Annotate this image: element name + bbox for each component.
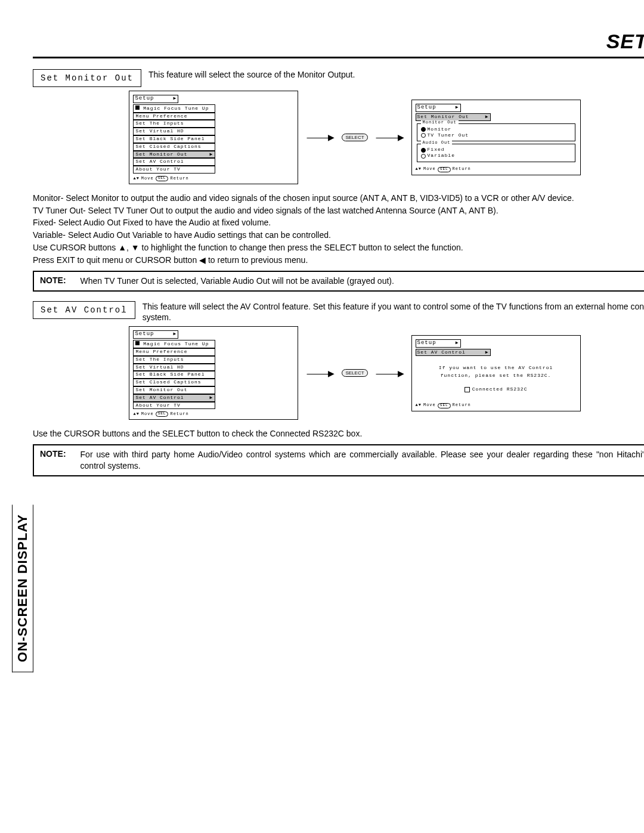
- variable-desc: Variable- Select Audio Out Variable to h…: [33, 230, 644, 241]
- note-text: For use with third party home Audio/Vide…: [80, 449, 644, 472]
- menu-item: Menu Preference: [133, 348, 215, 356]
- menu-item: Set The Inputs: [133, 120, 215, 128]
- side-tab: On-Screen Display: [12, 504, 33, 672]
- menu-item: Set Closed Captions: [133, 143, 215, 151]
- set-monitor-out-desc: This feature will select the source of t…: [148, 69, 355, 80]
- menu-item: Set AV Control: [133, 158, 215, 166]
- arrow-right-icon: ———▶: [376, 132, 403, 142]
- osd-setup-menu-left: Setup▶ Magic Focus Tune UpMenu Preferenc…: [129, 91, 298, 184]
- exit-instructions: Press EXIT to quit menu or CURSOR button…: [33, 255, 644, 266]
- menu-item: Set Closed Captions: [133, 379, 215, 386]
- av-control-diagram: Setup▶ Magic Focus Tune UpMenu Preferenc…: [33, 326, 644, 420]
- note-box-2: NOTE: For use with third party home Audi…: [33, 444, 644, 476]
- menu-item: Set AV Control▶: [133, 394, 215, 402]
- set-monitor-out-label: Set Monitor Out: [33, 69, 141, 87]
- arrow-right-icon: ———▶: [376, 368, 403, 378]
- monitor-out-diagram: Setup▶ Magic Focus Tune UpMenu Preferenc…: [33, 91, 644, 184]
- menu-item: Magic Focus Tune Up: [133, 104, 215, 113]
- set-av-control-label: Set AV Control: [33, 301, 135, 319]
- cursor-instructions: Use CURSOR buttons ▲, ▼ to highlight the…: [33, 242, 644, 253]
- osd-av-control-submenu: Setup▶ Set AV Control▶ If you want to us…: [411, 335, 581, 411]
- menu-item: Magic Focus Tune Up: [133, 340, 215, 348]
- menu-item: Set Black Side Panel: [133, 371, 215, 379]
- menu-item: Set The Inputs: [133, 356, 215, 364]
- select-button-icon: SELECT: [342, 134, 367, 141]
- menu-item: Set Monitor Out: [133, 386, 215, 394]
- menu-item: Set Black Side Panel: [133, 135, 215, 143]
- menu-item: Set Virtual HD: [133, 128, 215, 135]
- note-label: NOTE:: [40, 275, 66, 287]
- tvtuner-desc: TV Tuner Out- Select TV Tuner Out to out…: [33, 205, 644, 216]
- arrow-right-icon: ———▶: [306, 368, 333, 378]
- page-title: Setup: [33, 30, 644, 53]
- title-rule: [33, 57, 644, 58]
- menu-item: Set Virtual HD: [133, 364, 215, 371]
- rs232c-instructions: Use the CURSOR buttons and the SELECT bu…: [33, 428, 644, 439]
- osd-setup-menu-left-2: Setup▶ Magic Focus Tune UpMenu Preferenc…: [129, 326, 298, 420]
- note-label: NOTE:: [40, 449, 66, 472]
- note-box-1: NOTE: When TV Tuner Out is selected, Var…: [33, 271, 644, 292]
- menu-item: Menu Preference: [133, 113, 215, 120]
- monitor-desc: Monitor- Select Monitor to output the au…: [33, 193, 644, 204]
- fixed-desc: Fixed- Select Audio Out Fixed to have th…: [33, 217, 644, 228]
- menu-item: About Your TV: [133, 166, 215, 174]
- select-button-icon: SELECT: [342, 369, 367, 377]
- osd-monitor-out-submenu: Setup▶ Set Monitor Out▶ Monitor Out Moni…: [411, 100, 581, 175]
- set-av-control-desc: This feature will select the AV Control …: [143, 301, 644, 323]
- menu-item: About Your TV: [133, 402, 215, 410]
- menu-item: Set Monitor Out▶: [133, 151, 215, 159]
- arrow-right-icon: ———▶: [306, 132, 333, 142]
- note-text: When TV Tuner Out is selected, Variable …: [80, 275, 644, 287]
